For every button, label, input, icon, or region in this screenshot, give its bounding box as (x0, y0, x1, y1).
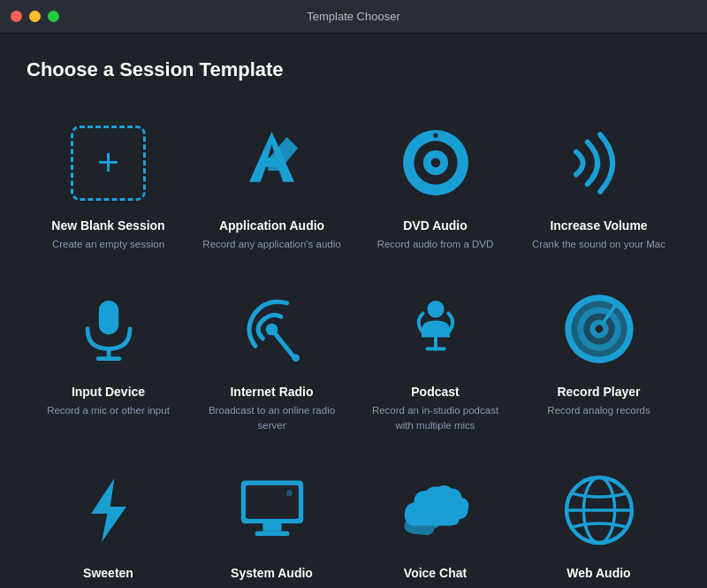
maximize-button[interactable] (48, 11, 59, 22)
template-desc: Record all sound on your Mac (204, 584, 339, 588)
template-web-audio[interactable]: Web Audio Record from web browser (517, 450, 680, 588)
svg-point-4 (430, 158, 440, 168)
template-name: DVD Audio (403, 218, 468, 233)
svg-line-10 (272, 329, 293, 355)
template-name: System Audio (231, 565, 313, 581)
traffic-lights (11, 11, 59, 22)
web-audio-icon (555, 466, 643, 554)
minimize-button[interactable] (29, 11, 41, 22)
template-dvd-audio[interactable]: DVD Audio Record audio from a DVD (354, 103, 517, 269)
sweeten-icon (65, 466, 153, 554)
svg-rect-26 (262, 523, 281, 531)
dvd-audio-icon (392, 118, 480, 207)
template-name: Input Device (72, 384, 145, 400)
template-sweeten[interactable]: Sweeten Improve audio with effects (27, 450, 190, 588)
svg-point-22 (612, 301, 620, 309)
template-podcast[interactable]: Podcast Record an in-studio podcast with… (354, 269, 517, 449)
input-device-icon (65, 285, 153, 373)
record-player-icon (555, 285, 643, 373)
system-audio-icon (228, 466, 316, 554)
template-desc: Create an empty session (52, 237, 164, 251)
template-desc: Record any application's audio (202, 237, 340, 251)
close-button[interactable] (11, 11, 22, 22)
template-grid: + New Blank Session Create an empty sess… (27, 103, 680, 588)
template-desc: Record VoIP apps like Skype (369, 584, 500, 588)
template-record-player[interactable]: Record Player Record analog records (517, 269, 680, 449)
voice-chat-icon (392, 466, 480, 554)
main-content: Choose a Session Template + New Blank Se… (0, 34, 707, 588)
template-increase-volume[interactable]: Increase Volume Crank the sound on your … (517, 103, 680, 269)
template-name: Voice Chat (404, 565, 467, 581)
template-application-audio[interactable]: Application Audio Record any application… (190, 103, 354, 269)
template-name: Increase Volume (550, 218, 647, 233)
template-desc: Record from web browser (541, 584, 658, 588)
template-system-audio[interactable]: System Audio Record all sound on your Ma… (190, 450, 354, 588)
template-desc: Record analog records (547, 403, 650, 417)
template-desc: Record an in-studio podcast with multipl… (364, 403, 506, 431)
svg-point-12 (427, 301, 444, 317)
template-name: Record Player (557, 384, 640, 400)
template-name: New Blank Session (51, 218, 164, 233)
svg-marker-23 (91, 478, 126, 542)
template-internet-radio[interactable]: Internet Radio Broadcast to an online ra… (190, 269, 354, 449)
blank-session-icon: + (65, 118, 153, 207)
svg-point-28 (285, 490, 292, 496)
template-name: Internet Radio (230, 384, 313, 400)
internet-radio-icon (228, 285, 316, 373)
increase-volume-icon (555, 118, 643, 207)
template-name: Web Audio (566, 565, 630, 581)
template-desc: Record a mic or other input (47, 403, 170, 417)
template-input-device[interactable]: Input Device Record a mic or other input (27, 269, 190, 449)
template-voice-chat[interactable]: Voice Chat Record VoIP apps like Skype (354, 450, 517, 588)
svg-point-11 (292, 354, 300, 362)
podcast-icon (392, 285, 480, 373)
template-name: Podcast (411, 384, 459, 400)
page-title: Choose a Session Template (27, 58, 680, 81)
titlebar: Template Chooser (0, 0, 707, 34)
svg-point-5 (433, 134, 437, 138)
template-name: Application Audio (219, 218, 324, 233)
template-desc: Broadcast to an online radio server (201, 403, 343, 431)
template-desc: Crank the sound on your Mac (532, 237, 665, 251)
template-desc: Record audio from a DVD (377, 237, 494, 251)
svg-rect-6 (98, 301, 118, 334)
template-new-blank-session[interactable]: + New Blank Session Create an empty sess… (27, 103, 190, 269)
template-desc: Improve audio with effects (49, 584, 167, 588)
svg-rect-27 (255, 531, 289, 535)
window-title: Template Chooser (307, 10, 400, 23)
svg-point-20 (595, 325, 603, 333)
app-audio-icon (228, 118, 316, 207)
template-name: Sweeten (83, 565, 133, 581)
